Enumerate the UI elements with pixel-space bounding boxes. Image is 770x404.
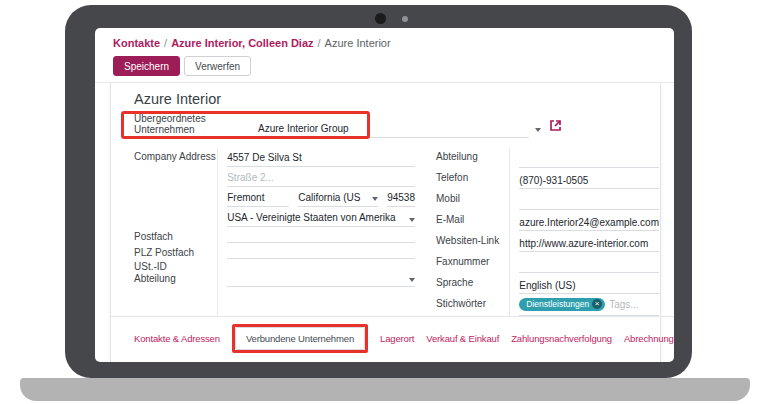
left-values: 4557 De Silva St Straße 2... Fremont Cal… <box>217 147 415 316</box>
faxnummer-label: Faxnummer <box>436 252 509 273</box>
parent-company-field: Übergeordnetes Unternehmen Azure Interio… <box>134 114 562 138</box>
website-input[interactable]: http://www.azure-interior.com <box>519 231 659 252</box>
plz-postfach-label: PLZ Postfach <box>134 243 217 259</box>
telefon-label: Telefon <box>436 168 509 189</box>
faxnummer-input[interactable] <box>519 252 659 273</box>
city-state-zip-row: Fremont California (US 94538 <box>227 187 415 207</box>
street2-input[interactable]: Straße 2... <box>227 167 415 187</box>
contact-sheet: Azure Interior Übergeordnetes Unternehme… <box>110 83 661 362</box>
email-input[interactable]: azure.Interior24@example.com <box>519 210 659 231</box>
chevron-down-icon[interactable] <box>409 278 415 282</box>
stichwoerter-label: Stichwörter <box>436 294 509 315</box>
chevron-down-icon[interactable] <box>409 218 415 222</box>
tab-abrechnung[interactable]: Abrechnung <box>624 333 674 344</box>
abteilung-left-label: Abteilung <box>134 272 217 287</box>
save-button[interactable]: Speichern <box>113 56 180 76</box>
breadcrumb-current: Azure Interior <box>325 37 391 49</box>
parent-company-label: Übergeordnetes Unternehmen <box>134 113 258 138</box>
chevron-down-icon[interactable] <box>535 128 541 132</box>
city-input[interactable]: Fremont <box>227 187 289 207</box>
tab-partner-assignment[interactable]: Partner Assignment <box>309 360 389 363</box>
camera-icon <box>375 13 386 24</box>
form-view: Azure Interior Übergeordnetes Unternehme… <box>95 82 674 362</box>
mobil-input[interactable] <box>519 189 659 210</box>
sprache-label: Sprache <box>436 273 509 294</box>
right-values: (870)-931-0505 azure.Interior24@example.… <box>509 147 659 316</box>
breadcrumb-separator: / <box>318 37 321 49</box>
tab-zahlungsnachverfolgung[interactable]: Zahlungsnachverfolgung <box>511 333 612 344</box>
tab-kontakte-adressen[interactable]: Kontakte & Adressen <box>134 333 220 344</box>
right-labels: Abteilung Telefon Mobil E-Mail Websiten-… <box>436 147 509 316</box>
tags-input[interactable]: Tags... <box>609 299 638 310</box>
page-title: Azure Interior <box>134 91 221 107</box>
tab-kundendienst[interactable]: Kundendienst <box>409 360 465 363</box>
parent-company-input[interactable]: Azure Interior Group <box>258 120 529 138</box>
mobil-label: Mobil <box>436 189 509 210</box>
laptop-base <box>20 378 750 401</box>
ust-id-label: USt.-ID <box>134 259 217 272</box>
company-address-label: Company Address <box>134 147 217 227</box>
tab-row-1: Kontakte & Adressen Verbundene Unternehm… <box>134 322 674 354</box>
tab-kunden-projektnummer[interactable]: Kunden Projektnummer <box>192 360 289 363</box>
discard-button[interactable]: Verwerfen <box>184 56 251 76</box>
external-link-icon[interactable] <box>549 118 562 136</box>
tab-verkauf-einkauf[interactable]: Verkauf & Einkauf <box>426 333 499 344</box>
plz-postfach-input[interactable] <box>227 243 415 259</box>
breadcrumb-contact[interactable]: Azure Interior, Colleen Diaz <box>171 37 313 49</box>
tab-lagerort[interactable]: Lagerort <box>380 333 414 344</box>
postfach-input[interactable] <box>227 227 415 243</box>
abteilung-input[interactable] <box>519 147 659 168</box>
parent-company-value: Azure Interior Group <box>258 123 349 134</box>
laptop-frame: Kontakte/Azure Interior, Colleen Diaz/Az… <box>65 5 692 378</box>
tab-zusaetzliche-information[interactable]: Zusätzliche Information <box>485 360 580 363</box>
form-columns: Company Address Postfach PLZ Postfach US… <box>134 147 657 316</box>
country-value: USA - Vereinigte Staaten von Amerika <box>227 212 395 223</box>
telefon-input[interactable]: (870)-931-0505 <box>519 168 659 189</box>
camera-led-icon <box>402 16 408 22</box>
state-value: California (US <box>298 192 360 203</box>
website-label: Websiten-Link <box>436 231 509 252</box>
tab-row-2: Finanzen Kunden Projektnummer Partner As… <box>134 354 674 362</box>
screen: Kontakte/Azure Interior, Colleen Diaz/Az… <box>95 28 674 362</box>
page: Kontakte/Azure Interior, Colleen Diaz/Az… <box>0 0 770 404</box>
breadcrumb: Kontakte/Azure Interior, Colleen Diaz/Az… <box>113 37 391 49</box>
remove-tag-icon[interactable]: × <box>592 299 602 309</box>
contact-column: Abteilung Telefon Mobil E-Mail Websiten-… <box>436 147 659 316</box>
tag-label: Dienstleistungen <box>526 299 589 309</box>
annotation-highlight: Verbundene Unternehmen <box>232 324 368 353</box>
action-buttons: Speichern Verwerfen <box>113 56 251 76</box>
tags-field: Dienstleistungen × Tags... <box>519 294 659 316</box>
ust-id-input[interactable] <box>227 259 415 272</box>
country-select[interactable]: USA - Vereinigte Staaten von Amerika <box>227 207 415 227</box>
sprache-input[interactable]: English (US) <box>519 273 659 294</box>
address-column: Company Address Postfach PLZ Postfach US… <box>134 147 415 316</box>
left-labels: Company Address Postfach PLZ Postfach US… <box>134 147 217 316</box>
postfach-label: Postfach <box>134 227 217 243</box>
notebook-tabs: Kontakte & Adressen Verbundene Unternehm… <box>111 316 674 362</box>
state-select[interactable]: California (US <box>298 187 378 207</box>
street-input[interactable]: 4557 De Silva St <box>227 147 415 167</box>
tab-verbundene-unternehmen[interactable]: Verbundene Unternehmen <box>235 327 365 350</box>
chevron-down-icon[interactable] <box>372 197 378 201</box>
breadcrumb-kontakte[interactable]: Kontakte <box>113 37 160 49</box>
tab-finanzen[interactable]: Finanzen <box>134 360 172 363</box>
abteilung-label: Abteilung <box>436 147 509 168</box>
email-label: E-Mail <box>436 210 509 231</box>
tag-dienstleistungen[interactable]: Dienstleistungen × <box>519 298 605 311</box>
abteilung-left-select[interactable] <box>227 272 415 287</box>
breadcrumb-separator: / <box>164 37 167 49</box>
zip-input[interactable]: 94538 <box>387 187 415 207</box>
